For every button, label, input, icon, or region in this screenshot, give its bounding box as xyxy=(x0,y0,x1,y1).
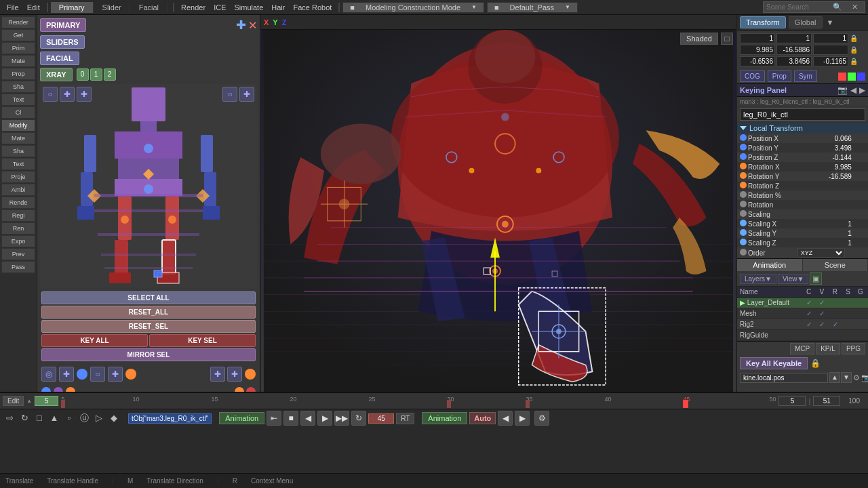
pos-z-value[interactable] xyxy=(797,154,852,161)
tab-transform[interactable]: Transform xyxy=(740,16,786,28)
tool-paint-icon[interactable]: ▫ xyxy=(62,411,76,425)
strip-mate[interactable]: Mate xyxy=(1,55,35,67)
btn-ppg[interactable]: PPG xyxy=(842,343,865,354)
strip-sha[interactable]: Sha xyxy=(1,81,35,93)
kine-up-icon[interactable]: ▲ xyxy=(829,372,840,383)
layer-row-rig2[interactable]: Rig2 ✓ ✓ ✓ xyxy=(737,319,868,330)
btn-xray[interactable]: XRAY xyxy=(40,68,73,81)
tab-primary[interactable]: Primary xyxy=(51,2,94,13)
rig-cross2-icon[interactable]: ✚ xyxy=(77,87,92,102)
rig-ring-icon[interactable]: ◎ xyxy=(41,367,56,382)
btn-mirror-sel[interactable]: MIRROR SEL xyxy=(41,348,256,361)
end-frame-input[interactable] xyxy=(813,396,840,406)
mode-dropdown[interactable]: ■ Modeling Construction Mode ▼ xyxy=(342,2,484,13)
strip-pass[interactable]: Pass xyxy=(1,261,35,273)
tf-row2-y[interactable] xyxy=(776,45,812,55)
strip-expo[interactable]: Expo xyxy=(1,235,35,247)
menu-edit[interactable]: Edit xyxy=(23,3,44,12)
tf-row2-z[interactable] xyxy=(813,45,848,55)
btn-facial[interactable]: FACIAL xyxy=(40,52,79,65)
current-frame-input[interactable] xyxy=(778,396,806,406)
rig-plus3-icon[interactable]: ✚ xyxy=(210,367,225,382)
btn-animation-mode[interactable]: Animation xyxy=(219,412,264,424)
btn-rt[interactable]: RT xyxy=(396,413,414,424)
add-icon[interactable]: ✚ xyxy=(236,18,246,33)
strip-ambi[interactable]: Ambi xyxy=(1,184,35,196)
shaded-btn[interactable]: Shaded xyxy=(680,33,718,45)
num-btn-2[interactable]: 2 xyxy=(104,68,116,81)
rig-cross4-icon[interactable]: ✚ xyxy=(227,367,242,382)
btn-edit[interactable]: Edit xyxy=(3,396,24,406)
rot-y-value[interactable] xyxy=(797,173,852,180)
num-btn-0[interactable]: 0 xyxy=(77,68,89,81)
scene-search[interactable]: 🔍 ✕ xyxy=(763,1,865,13)
view-btn[interactable]: View▼ xyxy=(778,274,808,284)
rig-plus-icon[interactable]: ✚ xyxy=(59,367,74,382)
btn-sliders[interactable]: SLIDERS xyxy=(40,35,85,49)
layers-btn[interactable]: Layers▼ xyxy=(740,274,776,284)
tab-scene[interactable]: Scene xyxy=(803,259,869,271)
local-transform-header[interactable]: Local Transform xyxy=(737,122,868,134)
btn-key-all-keyable[interactable]: Key All Keyable xyxy=(740,357,808,369)
btn-auto-next[interactable]: ▶ xyxy=(515,411,530,426)
tf-row1-x[interactable] xyxy=(740,33,775,43)
keying-next-icon[interactable]: ▶ xyxy=(859,85,865,95)
pos-x-value[interactable] xyxy=(797,135,852,142)
btn-next-frame[interactable]: ▶▶ xyxy=(334,411,349,426)
btn-cog[interactable]: COG xyxy=(740,70,765,82)
strip-ren[interactable]: Ren xyxy=(1,222,35,235)
strip-modify[interactable]: Modify xyxy=(1,119,35,131)
maximize-btn[interactable]: □ xyxy=(721,33,733,45)
btn-primary[interactable]: PRIMARY xyxy=(40,18,86,32)
tf-row2-x[interactable] xyxy=(740,45,775,55)
tab-facial[interactable]: Facial xyxy=(131,2,167,13)
btn-reset-all[interactable]: RESET_ALL xyxy=(41,306,256,319)
tf-row1-y[interactable] xyxy=(776,33,812,43)
pos-y-value[interactable] xyxy=(797,144,852,152)
object-name[interactable]: leg_R0_ik_ctl xyxy=(740,108,865,121)
search-input[interactable] xyxy=(766,3,827,11)
pass-dropdown[interactable]: ■ Default_Pass ▼ xyxy=(487,2,578,13)
tab-global[interactable]: Global xyxy=(789,16,823,28)
menu-simulate[interactable]: Simulate xyxy=(230,3,267,12)
tool-info-icon[interactable]: ⓤ xyxy=(77,411,91,425)
menu-render[interactable]: Render xyxy=(177,3,210,12)
strip-proje[interactable]: Proje xyxy=(1,171,35,183)
rot-pct-value[interactable] xyxy=(797,192,852,199)
rig-plus2-icon[interactable]: ✚ xyxy=(108,367,123,382)
tab-slider[interactable]: Slider xyxy=(94,2,130,13)
layer-row-mesh[interactable]: Mesh ✓ ✓ xyxy=(737,308,868,319)
layer-row-rigguide[interactable]: RigGuide xyxy=(737,330,868,341)
tool-rotate-icon[interactable]: ↻ xyxy=(18,411,31,425)
btn-reset-sel[interactable]: RESET_SEL xyxy=(41,320,256,333)
viewport-3d[interactable]: Shaded □ xyxy=(261,30,736,392)
menu-hair[interactable]: Hair xyxy=(267,3,289,12)
btn-key-all[interactable]: KEY ALL xyxy=(41,334,148,347)
strip-regi[interactable]: Regi xyxy=(1,209,35,222)
strip-prim[interactable]: Prim xyxy=(1,42,35,54)
btn-mcp[interactable]: MCP xyxy=(790,343,814,354)
strip-render2[interactable]: Rende xyxy=(1,197,35,209)
rot-z-value[interactable] xyxy=(797,182,852,190)
strip-prop[interactable]: Prop xyxy=(1,68,35,80)
keying-prev-icon[interactable]: ◀ xyxy=(850,85,856,95)
num-btn-1[interactable]: 1 xyxy=(90,68,102,81)
btn-loop[interactable]: ↻ xyxy=(351,411,366,426)
btn-prev-frame[interactable]: ◀ xyxy=(300,411,315,426)
rot-x-value[interactable] xyxy=(797,163,852,171)
btn-play[interactable]: ▶ xyxy=(317,411,332,426)
menu-facerobot[interactable]: Face Robot xyxy=(289,3,336,12)
dropdown-arrow-icon[interactable]: ▼ xyxy=(827,18,834,26)
menu-file[interactable]: File xyxy=(3,3,23,12)
tf-row3-x[interactable] xyxy=(740,56,775,66)
strip-render[interactable]: Render xyxy=(1,16,35,28)
scale-x-value[interactable] xyxy=(797,220,852,228)
btn-prop[interactable]: Prop xyxy=(768,70,791,82)
btn-misc-icon[interactable]: ⚙ xyxy=(534,411,549,426)
btn-sym[interactable]: Sym xyxy=(794,70,817,82)
layer-row-default[interactable]: ▶ Layer_Default ✓ ✓ xyxy=(737,298,868,308)
rig-cross-icon[interactable]: ✚ xyxy=(60,87,75,102)
strip-prev[interactable]: Prev xyxy=(1,248,35,260)
strip-mate2[interactable]: Mate xyxy=(1,132,35,144)
layer-new-icon[interactable]: ▣ xyxy=(810,272,822,285)
